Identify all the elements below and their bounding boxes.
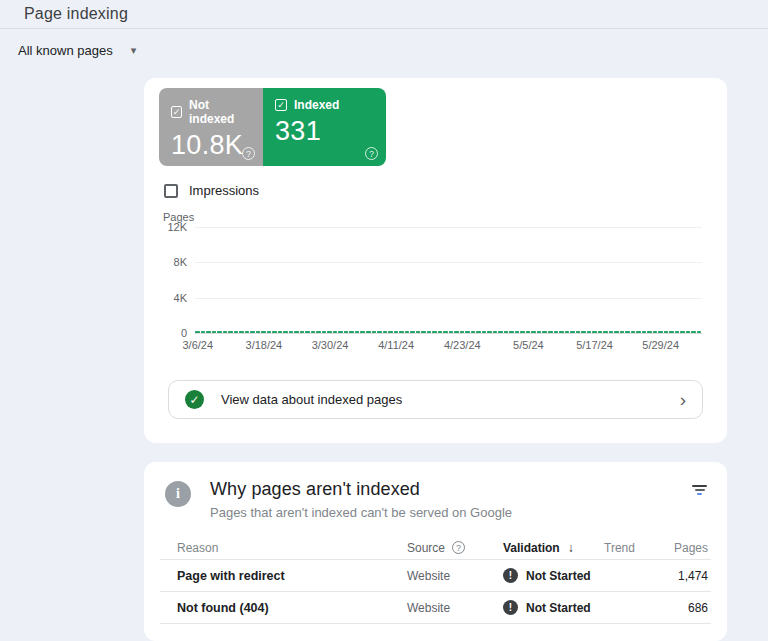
chart-bar[interactable]: [493, 331, 498, 333]
chart-bar[interactable]: [239, 331, 244, 333]
chart-bar[interactable]: [360, 331, 365, 333]
chart-bar[interactable]: [664, 331, 669, 333]
chart-bar[interactable]: [531, 331, 536, 333]
chart-bar[interactable]: [570, 331, 575, 333]
chart-bar[interactable]: [669, 331, 674, 333]
chart-bar[interactable]: [388, 331, 393, 333]
chart-bar[interactable]: [234, 331, 239, 333]
chart-bar[interactable]: [300, 331, 305, 333]
chart-bar[interactable]: [212, 331, 217, 333]
scope-selector-dropdown[interactable]: All known pages ▾: [10, 37, 144, 64]
chart-bar[interactable]: [636, 331, 641, 333]
chart-bar[interactable]: [366, 331, 371, 333]
chart-bar[interactable]: [465, 331, 470, 333]
chart-bar[interactable]: [504, 331, 509, 333]
chart-bar[interactable]: [471, 331, 476, 333]
chart-bar[interactable]: [250, 331, 255, 333]
chart-bar[interactable]: [372, 331, 377, 333]
view-indexed-data-button[interactable]: ✓ View data about indexed pages ›: [168, 380, 703, 419]
chart-bar[interactable]: [421, 331, 426, 333]
chart-bar[interactable]: [598, 331, 603, 333]
filter-list-icon[interactable]: [692, 485, 707, 495]
chart-bar[interactable]: [416, 331, 421, 333]
chart-bar[interactable]: [294, 331, 299, 333]
chart-bar[interactable]: [377, 331, 382, 333]
chart-bar[interactable]: [438, 331, 443, 333]
chart-bar[interactable]: [195, 331, 200, 333]
chart-bar[interactable]: [267, 331, 272, 333]
chart-bar[interactable]: [680, 331, 685, 333]
col-validation[interactable]: Validation ↓: [503, 541, 604, 555]
indexed-checkbox[interactable]: ✓: [275, 99, 287, 111]
chart-bar[interactable]: [383, 331, 388, 333]
chart-bar[interactable]: [482, 331, 487, 333]
chart-bar[interactable]: [432, 331, 437, 333]
chart-bar[interactable]: [322, 331, 327, 333]
chart-bar[interactable]: [217, 331, 222, 333]
chart-bar[interactable]: [548, 331, 553, 333]
table-row[interactable]: Not found (404) Website ! Not Started 68…: [160, 592, 711, 624]
chart-bar[interactable]: [603, 331, 608, 333]
chart-bar[interactable]: [327, 331, 332, 333]
chart-bar[interactable]: [272, 331, 277, 333]
chart-bar[interactable]: [338, 331, 343, 333]
chart-bar[interactable]: [542, 331, 547, 333]
chart-bar[interactable]: [576, 331, 581, 333]
not-indexed-checkbox[interactable]: ✓: [171, 106, 182, 118]
chart-bar[interactable]: [427, 331, 432, 333]
chart-bar[interactable]: [675, 331, 680, 333]
chart-bar[interactable]: [454, 331, 459, 333]
col-pages[interactable]: Pages: [664, 541, 710, 555]
chart-bar[interactable]: [625, 331, 630, 333]
table-row[interactable]: Page with redirect Website ! Not Started…: [160, 560, 711, 592]
chart-bar[interactable]: [316, 331, 321, 333]
chart-bar[interactable]: [443, 331, 448, 333]
chart-bar[interactable]: [261, 331, 266, 333]
col-source[interactable]: Source ?: [407, 541, 503, 555]
help-icon[interactable]: ?: [452, 541, 465, 554]
chart-bar[interactable]: [515, 331, 520, 333]
chart-bar[interactable]: [206, 331, 211, 333]
chart-bar[interactable]: [460, 331, 465, 333]
chart-bar[interactable]: [201, 331, 206, 333]
chart-bar[interactable]: [559, 331, 564, 333]
chart-bar[interactable]: [526, 331, 531, 333]
chart-bar[interactable]: [565, 331, 570, 333]
chart-bar[interactable]: [554, 331, 559, 333]
chart-bar[interactable]: [449, 331, 454, 333]
chart-bar[interactable]: [311, 331, 316, 333]
chart-bar[interactable]: [305, 331, 310, 333]
not-indexed-card[interactable]: ✓ Not indexed 10.8K 11 reasons ?: [159, 88, 263, 166]
help-icon[interactable]: ?: [365, 147, 378, 160]
chart-bar[interactable]: [642, 331, 647, 333]
chart-bar[interactable]: [609, 331, 614, 333]
chart-bar[interactable]: [487, 331, 492, 333]
chart-bar[interactable]: [520, 331, 525, 333]
chart-bar[interactable]: [228, 331, 233, 333]
chart-bar[interactable]: [509, 331, 514, 333]
chart-bar[interactable]: [631, 331, 636, 333]
chart-bar[interactable]: [405, 331, 410, 333]
chart-bar[interactable]: [410, 331, 415, 333]
chart-bar[interactable]: [223, 331, 228, 333]
chart-bar[interactable]: [686, 331, 691, 333]
help-icon[interactable]: ?: [242, 147, 255, 160]
impressions-checkbox[interactable]: [164, 184, 178, 198]
chart-bar[interactable]: [349, 331, 354, 333]
chart-bar[interactable]: [333, 331, 338, 333]
chart-bar[interactable]: [394, 331, 399, 333]
indexed-card[interactable]: ✓ Indexed 331 ?: [263, 88, 386, 166]
col-reason[interactable]: Reason: [161, 541, 407, 555]
chart-bar[interactable]: [653, 331, 658, 333]
chart-bar[interactable]: [344, 331, 349, 333]
chart-bar[interactable]: [592, 331, 597, 333]
chart-bar[interactable]: [581, 331, 586, 333]
chart-bar[interactable]: [476, 331, 481, 333]
chart-bar[interactable]: [289, 331, 294, 333]
chart-bar[interactable]: [658, 331, 663, 333]
chart-bar[interactable]: [537, 331, 542, 333]
chart-bar[interactable]: [620, 331, 625, 333]
chart-bar[interactable]: [283, 331, 288, 333]
chart-bar[interactable]: [498, 331, 503, 333]
chart-bar[interactable]: [691, 331, 696, 333]
